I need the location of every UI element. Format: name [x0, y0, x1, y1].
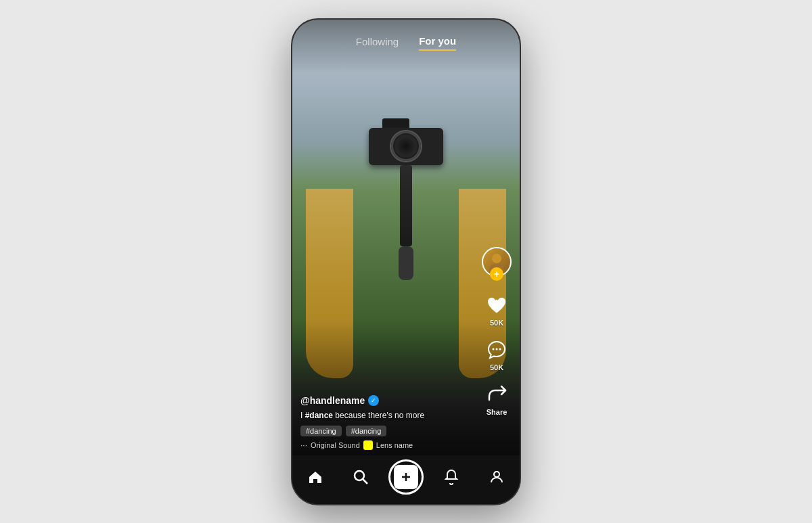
original-sound[interactable]: Original Sound [311, 441, 360, 449]
tag-dancing-1[interactable]: #dancing [300, 426, 342, 436]
comment-icon [484, 338, 509, 362]
tag-dancing-2[interactable]: #dancing [346, 426, 387, 436]
like-action[interactable]: 50K [484, 293, 509, 327]
tab-following[interactable]: Following [356, 36, 399, 50]
share-icon [484, 382, 509, 407]
nav-home[interactable] [298, 460, 332, 494]
tab-for-you[interactable]: For you [419, 35, 456, 51]
lens-name[interactable]: Lens name [376, 441, 413, 449]
verified-badge: ✓ [368, 395, 379, 406]
bottom-navigation [292, 455, 520, 504]
hashtag-dance[interactable]: #dance [305, 411, 333, 420]
heart-icon [484, 293, 509, 317]
svg-point-5 [355, 471, 364, 480]
tags-row: #dancing #dancing [300, 426, 479, 436]
create-circle-outline [388, 459, 424, 495]
video-caption: I #dance because there's no more [300, 410, 479, 422]
svg-point-2 [493, 348, 495, 350]
comment-count: 50K [490, 363, 503, 371]
nav-create[interactable] [389, 460, 423, 494]
phone-frame: Following For you + 50K [291, 18, 521, 505]
nav-notifications[interactable] [434, 460, 468, 494]
nav-search[interactable] [344, 460, 378, 494]
sound-row: ··· Original Sound Lens name [300, 440, 479, 450]
creator-avatar-container[interactable]: + [482, 247, 512, 277]
svg-line-6 [363, 479, 367, 484]
camera-visual [365, 128, 447, 175]
snapchat-lens-icon [363, 440, 373, 450]
share-action[interactable]: Share [484, 382, 509, 416]
svg-point-9 [494, 472, 499, 477]
video-caption-area: @handlename ✓ I #dance because there's n… [300, 395, 479, 450]
follow-plus-button[interactable]: + [490, 267, 503, 281]
username-row: @handlename ✓ [300, 395, 479, 406]
creator-username[interactable]: @handlename [300, 395, 365, 406]
comment-action[interactable]: 50K [484, 338, 509, 371]
like-count: 50K [490, 319, 503, 327]
svg-point-3 [496, 348, 498, 350]
svg-point-0 [492, 254, 501, 263]
share-label: Share [487, 408, 508, 416]
header-tabs: Following For you [292, 20, 520, 60]
svg-point-4 [499, 348, 501, 350]
nav-profile[interactable] [480, 460, 514, 494]
right-action-panel: + 50K 50K [482, 247, 512, 416]
sound-dots: ··· [300, 440, 307, 450]
